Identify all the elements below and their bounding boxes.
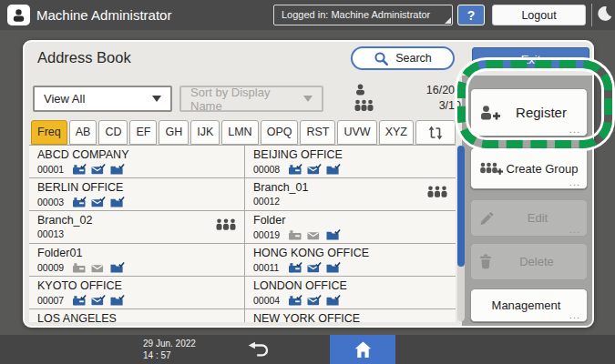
home-button[interactable] [330, 335, 395, 364]
date-label: 29 Jun. 2022 [143, 338, 196, 349]
email-icon [307, 261, 322, 273]
person-icon [12, 8, 26, 22]
fax-icon [288, 294, 302, 306]
group-count-icon [354, 99, 374, 111]
entry-name: LONDON OFFICE [253, 279, 450, 293]
dropdown-icon [303, 96, 313, 102]
tab-lmn[interactable]: LMN [221, 120, 258, 145]
management-label: Management [471, 298, 581, 312]
search-button[interactable]: Search [351, 46, 455, 70]
email-icon [307, 228, 322, 240]
folder-icon [326, 294, 341, 306]
folder-icon [110, 163, 125, 175]
fax-icon [288, 163, 302, 175]
switch-tabs-button[interactable] [415, 120, 456, 145]
address-entry[interactable]: BERLIN OFFICE00003 [29, 178, 244, 211]
address-book-panel: Address Book Search Exit View All Sort b… [23, 40, 594, 328]
create-group-label: Create Group [503, 162, 581, 176]
address-entry[interactable]: ABCD COMPANY00001 [29, 146, 244, 178]
user-count: 16/200 [366, 84, 461, 96]
address-entry[interactable]: Branch_0200013 [29, 211, 244, 244]
datetime: 29 Jun. 2022 14 : 57 [143, 338, 196, 361]
more-indicator: ... [569, 126, 580, 134]
help-button[interactable]: ? [457, 5, 485, 25]
address-entry[interactable]: Branch_0100012 [244, 178, 456, 211]
view-filter-select[interactable]: View All [33, 86, 172, 112]
tab-cd[interactable]: CD [98, 120, 128, 145]
back-icon [246, 341, 272, 358]
address-entry[interactable]: NEW YORK OFFICE [244, 309, 456, 322]
tab-rst[interactable]: RST [300, 120, 335, 145]
dropdown-icon [152, 96, 161, 102]
tab-xyz[interactable]: XYZ [379, 120, 414, 145]
divider [591, 4, 592, 26]
entry-id: 00011 [253, 262, 283, 273]
scrollbar-thumb[interactable] [457, 146, 465, 267]
more-indicator: ... [569, 311, 580, 319]
folder-icon [326, 163, 341, 175]
exit-button[interactable]: Exit [472, 47, 589, 71]
entry-name: HONG KONG OFFICE [253, 247, 450, 260]
tab-uvw[interactable]: UVW [337, 120, 376, 145]
address-entry[interactable]: LOS ANGELES [29, 309, 244, 322]
delete-button: Delete [470, 243, 588, 280]
email-icon [91, 196, 106, 207]
register-person-icon [479, 105, 501, 120]
logout-button[interactable]: Logout [492, 5, 586, 25]
register-label: Register [501, 105, 581, 120]
more-indicator: ... [569, 226, 580, 234]
entry-id: 00003 [37, 197, 67, 207]
fax-icon [72, 294, 87, 306]
machine-touchscreen: Machine Administrator Logged in: Machine… [0, 0, 615, 364]
tab-freq[interactable]: Freq [31, 120, 67, 145]
login-status-dropdown[interactable]: Logged in: Machine Administrator [273, 5, 453, 25]
energy-saver-button[interactable] [594, 5, 615, 25]
entry-name: Branch_01 [253, 181, 450, 195]
capacity-counts: 16/200 3/10 [354, 83, 461, 114]
entry-name: BEIJING OFFICE [253, 148, 450, 162]
more-indicator: ... [569, 178, 580, 187]
tab-ab[interactable]: AB [69, 120, 97, 145]
time-label: 14 : 57 [143, 349, 196, 361]
home-icon [353, 340, 374, 359]
fax-icon [288, 228, 302, 240]
search-label: Search [395, 52, 432, 65]
email-icon [91, 261, 106, 273]
scrollbar-track[interactable] [457, 146, 465, 321]
create-group-button[interactable]: Create Group ... [470, 147, 588, 189]
tab-ef[interactable]: EF [129, 120, 157, 145]
management-button[interactable]: Management ... [470, 288, 588, 322]
login-dropdown-corner-icon [445, 17, 451, 24]
address-entry[interactable]: KYOTO OFFICE00007 [29, 277, 244, 309]
address-entry[interactable]: LONDON OFFICE00004 [244, 277, 456, 309]
index-tabs: FreqABCDEFGHIJKLMNOPQRSTUVWXYZ [31, 119, 466, 145]
folder-icon [326, 228, 341, 240]
address-entry[interactable]: HONG KONG OFFICE00011 [244, 244, 456, 277]
group-count: 3/10 [374, 99, 461, 112]
energy-saver-icon [595, 5, 614, 24]
email-icon [307, 294, 322, 306]
entry-name: ABCD COMPANY [37, 148, 239, 162]
address-entry[interactable]: BEIJING OFFICE00008 [244, 146, 456, 178]
tab-ijk[interactable]: IJK [190, 120, 220, 145]
entry-name: BERLIN OFFICE [37, 181, 239, 195]
entry-name: LOS ANGELES [37, 312, 239, 322]
edit-label: Edit [494, 211, 581, 225]
address-entry[interactable]: Folder00019 [244, 211, 456, 244]
edit-button: Edit ... [470, 199, 588, 237]
topbar: Machine Administrator Logged in: Machine… [0, 0, 615, 30]
tab-opq[interactable]: OPQ [261, 120, 299, 145]
search-icon [374, 51, 389, 66]
entry-name: Folder01 [37, 247, 239, 260]
register-button[interactable]: Register ... [470, 88, 588, 136]
sort-select: Sort by Display Name [179, 86, 323, 112]
topbar-user-title: Machine Administrator [36, 0, 171, 30]
fax-icon [288, 261, 302, 273]
operator-icon [7, 5, 30, 25]
back-button[interactable] [242, 338, 275, 361]
address-entry[interactable]: Folder0100009 [29, 244, 244, 277]
tab-gh[interactable]: GH [159, 120, 189, 145]
login-status-label: Logged in: Machine Administrator [282, 9, 430, 20]
fax-icon [72, 261, 87, 273]
email-icon [91, 163, 106, 175]
